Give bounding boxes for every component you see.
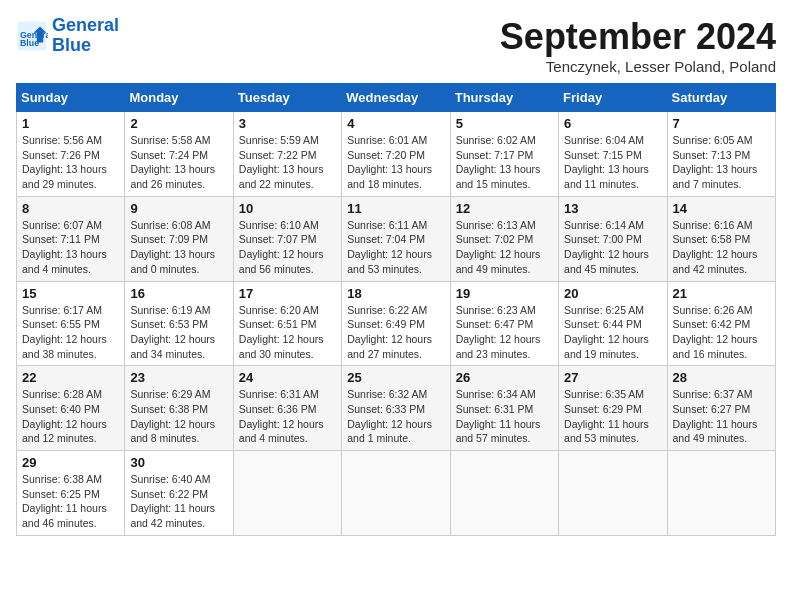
day-number: 9 xyxy=(130,201,227,216)
day-number: 15 xyxy=(22,286,119,301)
day-info: Sunrise: 6:16 AM Sunset: 6:58 PM Dayligh… xyxy=(673,218,770,277)
calendar-cell: 7Sunrise: 6:05 AM Sunset: 7:13 PM Daylig… xyxy=(667,112,775,197)
day-number: 12 xyxy=(456,201,553,216)
day-number: 24 xyxy=(239,370,336,385)
location-title: Tenczynek, Lesser Poland, Poland xyxy=(500,58,776,75)
calendar-cell: 16Sunrise: 6:19 AM Sunset: 6:53 PM Dayli… xyxy=(125,281,233,366)
calendar-week-2: 8Sunrise: 6:07 AM Sunset: 7:11 PM Daylig… xyxy=(17,196,776,281)
calendar-header-row: SundayMondayTuesdayWednesdayThursdayFrid… xyxy=(17,84,776,112)
calendar-cell: 9Sunrise: 6:08 AM Sunset: 7:09 PM Daylig… xyxy=(125,196,233,281)
day-info: Sunrise: 6:01 AM Sunset: 7:20 PM Dayligh… xyxy=(347,133,444,192)
day-number: 22 xyxy=(22,370,119,385)
day-number: 11 xyxy=(347,201,444,216)
calendar-cell: 23Sunrise: 6:29 AM Sunset: 6:38 PM Dayli… xyxy=(125,366,233,451)
calendar-cell: 19Sunrise: 6:23 AM Sunset: 6:47 PM Dayli… xyxy=(450,281,558,366)
calendar-week-1: 1Sunrise: 5:56 AM Sunset: 7:26 PM Daylig… xyxy=(17,112,776,197)
calendar-cell xyxy=(233,451,341,536)
calendar-cell xyxy=(450,451,558,536)
day-info: Sunrise: 6:29 AM Sunset: 6:38 PM Dayligh… xyxy=(130,387,227,446)
calendar-week-4: 22Sunrise: 6:28 AM Sunset: 6:40 PM Dayli… xyxy=(17,366,776,451)
day-number: 16 xyxy=(130,286,227,301)
day-info: Sunrise: 6:28 AM Sunset: 6:40 PM Dayligh… xyxy=(22,387,119,446)
calendar-cell: 14Sunrise: 6:16 AM Sunset: 6:58 PM Dayli… xyxy=(667,196,775,281)
calendar-cell: 21Sunrise: 6:26 AM Sunset: 6:42 PM Dayli… xyxy=(667,281,775,366)
day-number: 26 xyxy=(456,370,553,385)
calendar-cell: 2Sunrise: 5:58 AM Sunset: 7:24 PM Daylig… xyxy=(125,112,233,197)
day-number: 20 xyxy=(564,286,661,301)
calendar-cell: 13Sunrise: 6:14 AM Sunset: 7:00 PM Dayli… xyxy=(559,196,667,281)
calendar-cell: 22Sunrise: 6:28 AM Sunset: 6:40 PM Dayli… xyxy=(17,366,125,451)
day-info: Sunrise: 6:20 AM Sunset: 6:51 PM Dayligh… xyxy=(239,303,336,362)
calendar-cell: 5Sunrise: 6:02 AM Sunset: 7:17 PM Daylig… xyxy=(450,112,558,197)
day-info: Sunrise: 6:32 AM Sunset: 6:33 PM Dayligh… xyxy=(347,387,444,446)
calendar-cell: 12Sunrise: 6:13 AM Sunset: 7:02 PM Dayli… xyxy=(450,196,558,281)
header: General Blue General Blue September 2024… xyxy=(16,16,776,75)
svg-text:Blue: Blue xyxy=(20,38,39,48)
day-number: 8 xyxy=(22,201,119,216)
day-number: 27 xyxy=(564,370,661,385)
day-info: Sunrise: 6:23 AM Sunset: 6:47 PM Dayligh… xyxy=(456,303,553,362)
day-number: 18 xyxy=(347,286,444,301)
day-info: Sunrise: 6:22 AM Sunset: 6:49 PM Dayligh… xyxy=(347,303,444,362)
weekday-header-friday: Friday xyxy=(559,84,667,112)
day-info: Sunrise: 6:04 AM Sunset: 7:15 PM Dayligh… xyxy=(564,133,661,192)
day-number: 10 xyxy=(239,201,336,216)
day-info: Sunrise: 6:07 AM Sunset: 7:11 PM Dayligh… xyxy=(22,218,119,277)
month-title: September 2024 xyxy=(500,16,776,58)
day-number: 6 xyxy=(564,116,661,131)
calendar-cell: 27Sunrise: 6:35 AM Sunset: 6:29 PM Dayli… xyxy=(559,366,667,451)
calendar-cell: 10Sunrise: 6:10 AM Sunset: 7:07 PM Dayli… xyxy=(233,196,341,281)
logo-text: General Blue xyxy=(52,16,119,56)
weekday-header-thursday: Thursday xyxy=(450,84,558,112)
day-number: 23 xyxy=(130,370,227,385)
day-number: 30 xyxy=(130,455,227,470)
calendar-cell: 17Sunrise: 6:20 AM Sunset: 6:51 PM Dayli… xyxy=(233,281,341,366)
calendar-cell: 15Sunrise: 6:17 AM Sunset: 6:55 PM Dayli… xyxy=(17,281,125,366)
day-number: 7 xyxy=(673,116,770,131)
logo-icon: General Blue xyxy=(16,20,48,52)
calendar-cell xyxy=(667,451,775,536)
calendar-cell: 1Sunrise: 5:56 AM Sunset: 7:26 PM Daylig… xyxy=(17,112,125,197)
day-info: Sunrise: 6:17 AM Sunset: 6:55 PM Dayligh… xyxy=(22,303,119,362)
day-info: Sunrise: 6:37 AM Sunset: 6:27 PM Dayligh… xyxy=(673,387,770,446)
day-number: 21 xyxy=(673,286,770,301)
day-number: 3 xyxy=(239,116,336,131)
day-info: Sunrise: 6:34 AM Sunset: 6:31 PM Dayligh… xyxy=(456,387,553,446)
day-number: 5 xyxy=(456,116,553,131)
day-info: Sunrise: 6:14 AM Sunset: 7:00 PM Dayligh… xyxy=(564,218,661,277)
day-info: Sunrise: 6:35 AM Sunset: 6:29 PM Dayligh… xyxy=(564,387,661,446)
calendar-cell xyxy=(559,451,667,536)
day-number: 14 xyxy=(673,201,770,216)
day-info: Sunrise: 6:02 AM Sunset: 7:17 PM Dayligh… xyxy=(456,133,553,192)
day-number: 13 xyxy=(564,201,661,216)
calendar-cell xyxy=(342,451,450,536)
calendar: SundayMondayTuesdayWednesdayThursdayFrid… xyxy=(16,83,776,536)
day-info: Sunrise: 6:38 AM Sunset: 6:25 PM Dayligh… xyxy=(22,472,119,531)
day-info: Sunrise: 6:13 AM Sunset: 7:02 PM Dayligh… xyxy=(456,218,553,277)
day-info: Sunrise: 6:40 AM Sunset: 6:22 PM Dayligh… xyxy=(130,472,227,531)
logo: General Blue General Blue xyxy=(16,16,119,56)
day-number: 29 xyxy=(22,455,119,470)
weekday-header-wednesday: Wednesday xyxy=(342,84,450,112)
day-info: Sunrise: 6:31 AM Sunset: 6:36 PM Dayligh… xyxy=(239,387,336,446)
day-info: Sunrise: 5:56 AM Sunset: 7:26 PM Dayligh… xyxy=(22,133,119,192)
day-number: 25 xyxy=(347,370,444,385)
calendar-week-5: 29Sunrise: 6:38 AM Sunset: 6:25 PM Dayli… xyxy=(17,451,776,536)
day-info: Sunrise: 6:26 AM Sunset: 6:42 PM Dayligh… xyxy=(673,303,770,362)
calendar-cell: 24Sunrise: 6:31 AM Sunset: 6:36 PM Dayli… xyxy=(233,366,341,451)
calendar-cell: 25Sunrise: 6:32 AM Sunset: 6:33 PM Dayli… xyxy=(342,366,450,451)
day-number: 19 xyxy=(456,286,553,301)
day-number: 17 xyxy=(239,286,336,301)
weekday-header-monday: Monday xyxy=(125,84,233,112)
day-info: Sunrise: 5:59 AM Sunset: 7:22 PM Dayligh… xyxy=(239,133,336,192)
weekday-header-tuesday: Tuesday xyxy=(233,84,341,112)
day-info: Sunrise: 6:11 AM Sunset: 7:04 PM Dayligh… xyxy=(347,218,444,277)
day-info: Sunrise: 6:25 AM Sunset: 6:44 PM Dayligh… xyxy=(564,303,661,362)
calendar-cell: 3Sunrise: 5:59 AM Sunset: 7:22 PM Daylig… xyxy=(233,112,341,197)
weekday-header-sunday: Sunday xyxy=(17,84,125,112)
day-info: Sunrise: 6:10 AM Sunset: 7:07 PM Dayligh… xyxy=(239,218,336,277)
day-info: Sunrise: 6:05 AM Sunset: 7:13 PM Dayligh… xyxy=(673,133,770,192)
calendar-week-3: 15Sunrise: 6:17 AM Sunset: 6:55 PM Dayli… xyxy=(17,281,776,366)
day-info: Sunrise: 6:08 AM Sunset: 7:09 PM Dayligh… xyxy=(130,218,227,277)
calendar-cell: 4Sunrise: 6:01 AM Sunset: 7:20 PM Daylig… xyxy=(342,112,450,197)
